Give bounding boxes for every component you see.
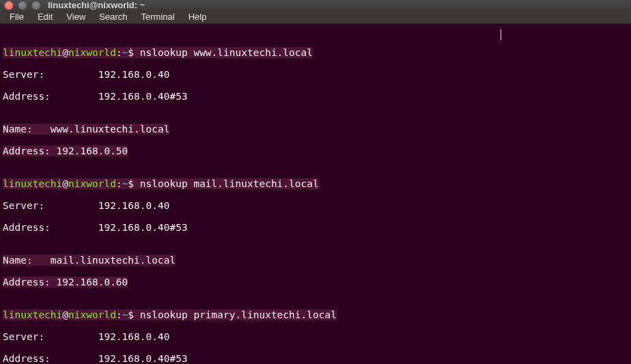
minimize-icon[interactable] xyxy=(18,1,27,10)
prompt-user: linuxtechi xyxy=(3,47,62,58)
output-line: Address: 192.168.0.40#53 xyxy=(3,222,628,233)
output-line: Server: 192.168.0.40 xyxy=(3,69,628,80)
command-text: nslookup primary.linuxtechi.local xyxy=(140,309,337,320)
prompt-host: nixworld xyxy=(68,178,116,189)
menu-file[interactable]: File xyxy=(4,10,29,23)
close-icon[interactable] xyxy=(4,1,14,10)
prompt-dollar: $ xyxy=(128,47,134,58)
prompt-at: @ xyxy=(62,47,68,58)
menu-search[interactable]: Search xyxy=(94,10,132,23)
prompt-user: linuxtechi xyxy=(3,309,62,320)
output-line: Address: 192.168.0.40#53 xyxy=(3,353,628,364)
prompt-dollar: $ xyxy=(128,309,134,320)
output-line: Address: 192.168.0.50 xyxy=(3,145,128,156)
prompt-colon: : xyxy=(116,309,122,320)
menu-edit[interactable]: Edit xyxy=(32,10,58,23)
prompt-colon: : xyxy=(116,178,122,189)
menu-help[interactable]: Help xyxy=(183,10,212,23)
prompt-colon: : xyxy=(116,47,122,58)
titlebar[interactable]: linuxtechi@nixworld: ~ xyxy=(0,0,631,10)
menubar: File Edit View Search Terminal Help xyxy=(0,10,631,24)
output-line: Name: www.linuxtechi.local xyxy=(3,124,169,135)
output-line: Name: mail.linuxtechi.local xyxy=(3,255,176,266)
terminal-area[interactable]: linuxtechi@nixworld:~$ nslookup www.linu… xyxy=(0,24,631,364)
prompt-host: nixworld xyxy=(68,47,116,58)
output-line: Server: 192.168.0.40 xyxy=(3,200,628,211)
prompt-user: linuxtechi xyxy=(3,178,62,189)
output-line: Address: 192.168.0.60 xyxy=(3,277,128,288)
prompt-at: @ xyxy=(62,178,68,189)
menu-terminal[interactable]: Terminal xyxy=(136,10,180,23)
terminal-window: linuxtechi@nixworld: ~ File Edit View Se… xyxy=(0,0,631,364)
window-title: linuxtechi@nixworld: ~ xyxy=(48,0,145,10)
menu-view[interactable]: View xyxy=(61,10,91,23)
prompt-dollar: $ xyxy=(128,178,134,189)
text-cursor xyxy=(501,29,501,40)
prompt-at: @ xyxy=(62,309,68,320)
prompt-host: nixworld xyxy=(68,309,116,320)
output-line: Server: 192.168.0.40 xyxy=(3,331,628,342)
command-text: nslookup www.linuxtechi.local xyxy=(140,47,313,58)
command-text: nslookup mail.linuxtechi.local xyxy=(140,178,319,189)
maximize-icon[interactable] xyxy=(31,1,41,10)
output-line: Address: 192.168.0.40#53 xyxy=(3,91,628,102)
